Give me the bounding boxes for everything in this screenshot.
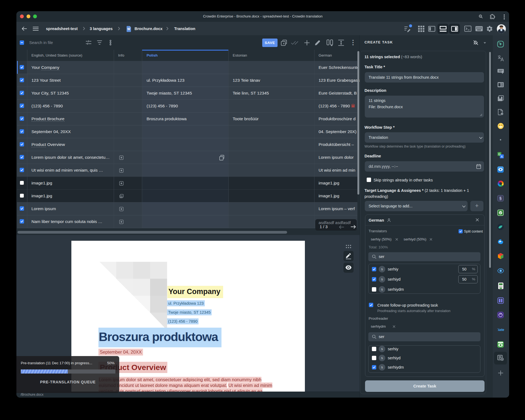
svg-text:i: i — [502, 113, 502, 115]
svg-text:G: G — [498, 153, 501, 156]
svg-text:A: A — [501, 155, 503, 158]
